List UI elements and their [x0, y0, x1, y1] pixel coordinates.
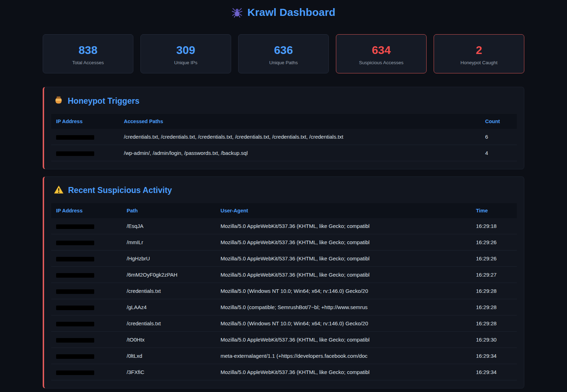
- stat-value: 636: [242, 44, 325, 56]
- honeypot-header-row: IP Address Accessed Paths Count: [51, 114, 517, 129]
- spider-icon: [231, 7, 243, 18]
- ip-address-cell: [51, 251, 122, 267]
- suspicious-row: /0ltLxdmeta-externalagent/1.1 (+https://…: [51, 348, 517, 364]
- honeypot-table: IP Address Accessed Paths Count /credent…: [51, 114, 517, 161]
- suspicious-row: /credentials.txtMozilla/5.0 (Windows NT …: [51, 283, 517, 299]
- time-cell: 16:29:26: [471, 251, 517, 267]
- suspicious-row: /3FXfiCMozilla/5.0 AppleWebKit/537.36 (K…: [51, 364, 517, 380]
- count-cell: 6: [480, 129, 517, 145]
- user-agent-cell: Mozilla/5.0 AppleWebKit/537.36 (KHTML, l…: [216, 267, 471, 283]
- stat-card: 838Total Accesses: [43, 34, 133, 73]
- col-accessed-paths: Accessed Paths: [119, 114, 480, 129]
- col-count: Count: [480, 114, 517, 129]
- dashboard-page: Krawl Dashboard 838Total Accesses309Uniq…: [43, 0, 524, 388]
- path-cell: /credentials.txt: [122, 283, 216, 299]
- stat-card: 634Suspicious Accesses: [336, 34, 427, 73]
- path-cell: /EsqJA: [122, 218, 216, 234]
- time-cell: 16:29:28: [471, 299, 517, 315]
- honeypot-panel-header: Honeypot Triggers: [51, 96, 517, 106]
- time-cell: 16:29:34: [471, 348, 517, 364]
- suspicious-row: /tO0HtxMozilla/5.0 AppleWebKit/537.36 (K…: [51, 332, 517, 348]
- time-cell: 16:29:26: [471, 234, 517, 251]
- suspicious-panel-header: Recent Suspicious Activity: [51, 185, 517, 195]
- user-agent-cell: Mozilla/5.0 (compatible; SemrushBot/7~bl…: [216, 299, 471, 315]
- stats-row: 838Total Accesses309Unique IPs636Unique …: [43, 34, 524, 73]
- time-cell: 16:29:18: [471, 218, 517, 234]
- stat-label: Unique IPs: [144, 60, 227, 65]
- col-time: Time: [471, 203, 517, 218]
- user-agent-cell: meta-externalagent/1.1 (+https://develop…: [216, 348, 471, 364]
- suspicious-row: /mmILrMozilla/5.0 AppleWebKit/537.36 (KH…: [51, 234, 517, 251]
- stat-value: 838: [47, 44, 129, 56]
- ip-address-cell: [51, 332, 122, 348]
- col-user-agent: User-Agent: [216, 203, 471, 218]
- redacted-ip: [56, 306, 94, 310]
- redacted-ip: [56, 370, 94, 375]
- path-cell: /0ltLxd: [122, 348, 216, 364]
- col-path: Path: [122, 203, 216, 218]
- path-cell: /HgHzbrU: [122, 251, 216, 267]
- redacted-ip: [56, 135, 94, 140]
- ip-address-cell: [51, 283, 122, 299]
- honeypot-title: Honeypot Triggers: [68, 96, 139, 106]
- suspicious-panel: Recent Suspicious Activity IP Address Pa…: [43, 176, 524, 388]
- redacted-ip: [56, 273, 94, 278]
- honeypot-table-head: IP Address Accessed Paths Count: [51, 114, 517, 129]
- redacted-ip: [56, 354, 94, 359]
- warning-icon: [54, 185, 64, 195]
- path-cell: /credentials.txt: [122, 315, 216, 332]
- path-cell: /tO0Htx: [122, 332, 216, 348]
- stat-value: 2: [438, 44, 520, 56]
- stat-label: Unique Paths: [242, 60, 325, 65]
- col-ip-address: IP Address: [51, 203, 122, 218]
- user-agent-cell: Mozilla/5.0 AppleWebKit/537.36 (KHTML, l…: [216, 218, 471, 234]
- time-cell: 16:29:28: [471, 315, 517, 332]
- ip-address-cell: [51, 218, 122, 234]
- stat-label: Suspicious Accesses: [340, 60, 423, 65]
- ip-address-cell: [51, 364, 122, 380]
- stat-card: 2Honeypot Caught: [434, 34, 524, 73]
- suspicious-row: /gLAAz4Mozilla/5.0 (compatible; SemrushB…: [51, 299, 517, 315]
- stat-card: 636Unique Paths: [238, 34, 329, 73]
- path-cell: /mmILr: [122, 234, 216, 251]
- redacted-ip: [56, 224, 94, 229]
- suspicious-row: /EsqJAMozilla/5.0 AppleWebKit/537.36 (KH…: [51, 218, 517, 234]
- time-cell: 16:29:34: [471, 364, 517, 380]
- time-cell: 16:29:28: [471, 283, 517, 299]
- ip-address-cell: [51, 348, 122, 364]
- honeypot-row: /wp-admin/, /admin/login, /passwords.txt…: [51, 145, 517, 161]
- ip-address-cell: [51, 315, 122, 332]
- time-cell: 16:29:27: [471, 267, 517, 283]
- redacted-ip: [56, 322, 94, 326]
- suspicious-title: Recent Suspicious Activity: [68, 186, 172, 195]
- ip-address-cell: [51, 234, 122, 251]
- user-agent-cell: Mozilla/5.0 AppleWebKit/537.36 (KHTML, l…: [216, 332, 471, 348]
- honeypot-table-body: /credentials.txt, /credentials.txt, /cre…: [51, 129, 517, 161]
- ip-address-cell: [51, 267, 122, 283]
- suspicious-row: /credentials.txtMozilla/5.0 (Windows NT …: [51, 315, 517, 332]
- count-cell: 4: [480, 145, 517, 161]
- redacted-ip: [56, 338, 94, 343]
- honeypot-panel: Honeypot Triggers IP Address Accessed Pa…: [43, 87, 524, 169]
- suspicious-table-head: IP Address Path User-Agent Time: [51, 203, 517, 218]
- time-cell: 16:29:30: [471, 332, 517, 348]
- stat-label: Total Accesses: [47, 60, 129, 65]
- path-cell: /6mM2OyF0gk2zPAH: [122, 267, 216, 283]
- user-agent-cell: Mozilla/5.0 AppleWebKit/537.36 (KHTML, l…: [216, 251, 471, 267]
- accessed-paths-cell: /credentials.txt, /credentials.txt, /cre…: [119, 129, 480, 145]
- redacted-ip: [56, 151, 94, 156]
- redacted-ip: [56, 257, 94, 261]
- suspicious-row: /6mM2OyF0gk2zPAHMozilla/5.0 AppleWebKit/…: [51, 267, 517, 283]
- stat-label: Honeypot Caught: [438, 60, 520, 65]
- redacted-ip: [56, 289, 94, 294]
- suspicious-header-row: IP Address Path User-Agent Time: [51, 203, 517, 218]
- user-agent-cell: Mozilla/5.0 AppleWebKit/537.36 (KHTML, l…: [216, 364, 471, 380]
- col-ip-address: IP Address: [51, 114, 119, 129]
- honeypot-icon: [54, 96, 63, 106]
- honeypot-row: /credentials.txt, /credentials.txt, /cre…: [51, 129, 517, 145]
- suspicious-table: IP Address Path User-Agent Time /EsqJAMo…: [51, 203, 517, 380]
- user-agent-cell: Mozilla/5.0 AppleWebKit/537.36 (KHTML, l…: [216, 234, 471, 251]
- redacted-ip: [56, 241, 94, 245]
- path-cell: /gLAAz4: [122, 299, 216, 315]
- accessed-paths-cell: /wp-admin/, /admin/login, /passwords.txt…: [119, 145, 480, 161]
